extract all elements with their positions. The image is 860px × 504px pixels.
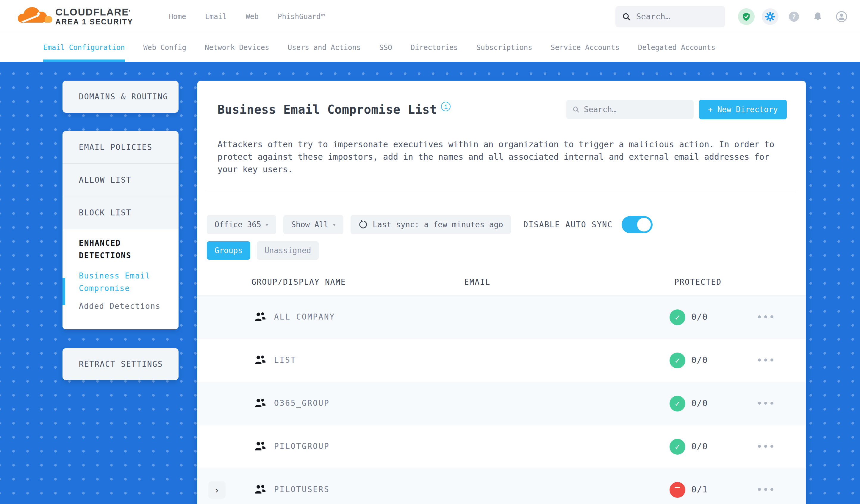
row-actions-menu-icon[interactable] [758,359,773,361]
tab-users-and-actions[interactable]: Users and Actions [288,33,361,62]
cloudflare-logo: CLOUDFLARE’ AREA 1 SECURITY [17,5,133,28]
protected-count: 0/0 [691,398,708,408]
column-header-group-display-name: GROUP/DISPLAY NAME [252,277,346,287]
last-sync-status[interactable]: Last sync: a few minutes ago [350,215,511,234]
nav-item-phishguard[interactable]: PhishGuard™ [278,13,325,21]
group-people-icon [254,398,267,410]
tab-unassigned[interactable]: Unassigned [257,241,319,260]
nav-item-home[interactable]: Home [169,13,186,21]
protected-status-badge [670,396,685,412]
table-header: GROUP/DISPLAY NAME EMAIL PROTECTED [197,277,806,293]
info-icon[interactable]: i [441,102,450,111]
sidebar-item-label: BLOCK LIST [79,208,131,217]
tab-subscriptions[interactable]: Subscriptions [476,33,532,62]
nav-item-web[interactable]: Web [246,13,259,21]
search-icon [622,12,631,21]
table-body: › ALL COMPANY 0/0 › LIST 0/0 › [197,296,806,504]
auto-sync-label: DISABLE AUTO SYNC [524,220,613,229]
last-sync-label: Last sync: a few minutes ago [373,220,503,229]
expand-row-button[interactable]: › [208,481,226,499]
protected-status-badge [670,482,685,498]
table-row[interactable]: › PILOTUSERS 0/1 [197,468,806,504]
sidebar-item-email-policies[interactable]: EMAIL POLICIES [62,131,178,164]
search-icon [572,105,580,114]
new-directory-button[interactable]: + New Directory [699,100,787,119]
tab-service-accounts[interactable]: Service Accounts [551,33,619,62]
panel-search-input[interactable] [584,105,688,114]
show-filter-dropdown[interactable]: Show All ▾ [283,215,343,234]
header-search[interactable] [615,6,725,27]
sync-refresh-icon [358,220,368,229]
logo-brand-text: CLOUDFLARE’ [55,7,133,17]
sidebar-item-retract-settings[interactable]: RETRACT SETTINGS [62,348,178,380]
sidebar-item-enhanced-detections[interactable]: ENHANCED DETECTIONS [79,237,168,262]
tab-groups[interactable]: Groups [207,241,250,260]
sidebar-item-label: DOMAINS & ROUTING [79,92,168,101]
chevron-down-icon: ▾ [333,222,336,228]
tab-email-configuration[interactable]: Email Configuration [43,33,125,62]
page-title: Business Email Compromise List [217,103,437,116]
column-header-protected: PROTECTED [674,277,722,287]
content-area: DOMAINS & ROUTING EMAIL POLICIES ALLOW L… [0,62,860,504]
trademark-tick: ’ [129,9,131,15]
tab-sso[interactable]: SSO [379,33,392,62]
row-actions-menu-icon[interactable] [758,315,773,318]
tab-delegated-accounts[interactable]: Delegated Accounts [638,33,715,62]
row-actions-menu-icon[interactable] [758,445,773,448]
directory-filter-dropdown[interactable]: Office 365 ▾ [207,215,276,234]
notifications-bell-icon[interactable] [809,8,826,25]
group-people-icon [254,484,267,496]
group-people-icon [254,311,267,324]
group-name: PILOTUSERS [274,485,330,494]
tab-directories[interactable]: Directories [411,33,458,62]
protected-count: 0/0 [691,441,708,451]
sidebar-item-label: ALLOW LIST [79,175,131,185]
sidebar-item-block-list[interactable]: BLOCK LIST [62,196,178,229]
sidebar-item-allow-list[interactable]: ALLOW LIST [62,164,178,196]
sidebar-item-added-detections[interactable]: Added Detections [79,302,170,311]
shield-check-icon[interactable] [738,8,755,25]
table-row[interactable]: › LIST 0/0 [197,339,806,382]
sidebar-item-domains-routing[interactable]: DOMAINS & ROUTING [62,81,178,113]
divider [207,191,796,191]
table-row[interactable]: › ALL COMPANY 0/0 [197,296,806,339]
row-actions-menu-icon[interactable] [758,402,773,405]
app-header: CLOUDFLARE’ AREA 1 SECURITY HomeEmailWeb… [0,0,860,33]
sidebar-item-label: RETRACT SETTINGS [79,360,163,369]
svg-text:?: ? [792,13,796,20]
main-panel: Business Email Compromise List i + New D… [197,81,806,504]
nav-item-email[interactable]: Email [205,13,227,21]
view-tabs: Groups Unassigned [207,241,796,260]
sidebar-section-enhanced-detections: ENHANCED DETECTIONS Business Email Compr… [62,229,178,329]
table-row[interactable]: › O365_GROUP 0/0 [197,382,806,425]
table-row[interactable]: › PILOTGROUP 0/0 [197,425,806,468]
section-tabbar: Email ConfigurationWeb ConfigNetwork Dev… [0,33,860,62]
sidebar-item-label: EMAIL POLICIES [79,143,152,152]
protected-count: 0/0 [691,355,708,365]
active-item-indicator [62,278,65,305]
row-actions-menu-icon[interactable] [758,488,773,491]
sidebar-item-business-email-compromise[interactable]: Business Email Compromise [79,270,168,294]
group-people-icon [254,354,267,367]
group-people-icon [254,441,267,453]
column-header-email: EMAIL [464,277,490,287]
primary-nav: HomeEmailWebPhishGuard™ [169,13,325,21]
group-name: O365_GROUP [274,399,330,408]
protected-status-badge [670,352,685,368]
panel-search[interactable] [566,100,694,119]
page-description: Attackers often try to impersonate execu… [217,138,777,176]
logo-product-text: AREA 1 SECURITY [55,17,133,26]
auto-sync-toggle[interactable] [622,216,653,233]
group-name: PILOTGROUP [274,442,330,451]
cloudflare-cloud-icon [17,5,53,28]
group-name: LIST [274,356,296,364]
tab-web-config[interactable]: Web Config [143,33,187,62]
tab-network-devices[interactable]: Network Devices [205,33,269,62]
protected-status-badge [670,309,685,325]
header-search-input[interactable] [636,12,718,21]
help-icon[interactable]: ? [786,8,802,25]
protected-count: 0/1 [691,484,708,494]
user-profile-icon[interactable] [833,8,850,25]
chevron-down-icon: ▾ [266,222,269,228]
settings-gear-icon[interactable] [762,8,778,25]
